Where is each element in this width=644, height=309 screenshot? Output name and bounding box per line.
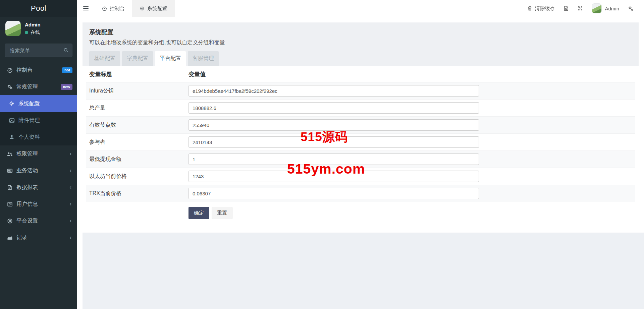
watermark-text: 515ym.com bbox=[287, 161, 365, 177]
search-input[interactable] bbox=[5, 44, 72, 57]
chevron-left-icon bbox=[69, 219, 72, 223]
watermark-text: 515源码 bbox=[301, 129, 348, 145]
sidebar-item-records[interactable]: 记录 bbox=[0, 229, 77, 246]
sidebar-menu: 控制台 hot 常规管理 new 系统配置 附件管理 bbox=[0, 62, 77, 246]
chevron-left-icon bbox=[69, 202, 72, 206]
user-icon bbox=[8, 134, 15, 140]
table-row: 总产量 bbox=[86, 100, 635, 117]
sidebar-item-profile[interactable]: 个人资料 bbox=[0, 129, 77, 145]
tab-label: 系统配置 bbox=[147, 5, 167, 12]
brand-logo-text: Pool bbox=[31, 4, 46, 13]
sidebar-item-label: 权限管理 bbox=[16, 150, 69, 158]
hot-badge: hot bbox=[62, 67, 72, 73]
newspaper-icon bbox=[6, 168, 13, 174]
tab-dashboard[interactable]: 控制台 bbox=[95, 0, 132, 17]
sidebar: Pool Admin 在线 控制台 hot 常规管 bbox=[0, 0, 77, 309]
page-title: 系统配置 bbox=[89, 28, 632, 36]
row-label: 参与者 bbox=[86, 134, 185, 151]
user-status: 在线 bbox=[25, 29, 41, 36]
page-subtitle: 可以在此增改系统的变量和分组,也可以自定义分组和变量 bbox=[89, 39, 632, 46]
sidebar-item-system-config[interactable]: 系统配置 bbox=[0, 95, 77, 112]
users-icon bbox=[6, 151, 13, 157]
topbar: 控制台 系统配置 清除缓存 Admin bbox=[77, 0, 644, 17]
new-badge: new bbox=[61, 84, 72, 90]
sidebar-item-permissions[interactable]: 权限管理 bbox=[0, 145, 77, 162]
sidebar-item-business[interactable]: 业务活动 bbox=[0, 162, 77, 179]
gear-icon bbox=[8, 101, 15, 106]
sidebar-item-reports[interactable]: 数据报表 bbox=[0, 179, 77, 196]
page-background bbox=[83, 233, 644, 309]
sidebar-item-label: 业务活动 bbox=[16, 167, 69, 174]
clear-cache-label: 清除缓存 bbox=[535, 5, 555, 12]
total-output-input[interactable] bbox=[189, 102, 479, 114]
gear-icon bbox=[140, 6, 145, 11]
sidebar-item-platform-settings[interactable]: 平台设置 bbox=[0, 212, 77, 229]
infura-key-input[interactable] bbox=[189, 85, 479, 97]
search-icon bbox=[63, 48, 68, 53]
column-header-value: 变量值 bbox=[185, 66, 635, 82]
row-label: 以太坊当前价格 bbox=[86, 168, 185, 185]
admin-menu[interactable]: Admin bbox=[587, 3, 624, 13]
sidebar-item-label: 用户信息 bbox=[16, 201, 69, 208]
language-icon bbox=[564, 6, 569, 11]
admin-avatar bbox=[592, 3, 602, 13]
row-label: Infura公钥 bbox=[86, 82, 185, 100]
tab-system-config[interactable]: 系统配置 bbox=[132, 0, 175, 17]
row-label: TRX当前价格 bbox=[86, 185, 185, 202]
reset-button[interactable]: 重置 bbox=[212, 207, 232, 219]
sidebar-item-label: 系统配置 bbox=[18, 100, 72, 107]
sidebar-item-label: 数据报表 bbox=[16, 184, 69, 191]
tab-customer-service[interactable]: 客服管理 bbox=[188, 51, 219, 66]
panel-heading: 系统配置 可以在此增改系统的变量和分组,也可以自定义分组和变量 基础配置 字典配… bbox=[83, 22, 639, 66]
fullscreen-icon bbox=[578, 6, 583, 11]
row-label: 最低提现金额 bbox=[86, 151, 185, 168]
online-dot-icon bbox=[25, 31, 28, 34]
dashboard-icon bbox=[6, 67, 13, 73]
tab-dictionary-config[interactable]: 字典配置 bbox=[122, 51, 153, 66]
confirm-button[interactable]: 确定 bbox=[189, 207, 209, 219]
table-header-row: 变量标题 变量值 bbox=[86, 66, 635, 82]
sidebar-item-label: 个人资料 bbox=[18, 134, 72, 141]
sidebar-item-label: 常规管理 bbox=[16, 83, 61, 90]
table-row: TRX当前价格 bbox=[86, 185, 635, 202]
chevron-left-icon bbox=[69, 185, 72, 190]
cogs-icon bbox=[6, 84, 13, 90]
table-row: 有效节点数 bbox=[86, 117, 635, 134]
user-name: Admin bbox=[25, 22, 41, 27]
settings-button[interactable] bbox=[624, 6, 638, 11]
fullscreen-button[interactable] bbox=[573, 6, 587, 11]
admin-name: Admin bbox=[605, 6, 619, 11]
trx-price-input[interactable] bbox=[189, 188, 479, 199]
brand-logo[interactable]: Pool bbox=[0, 0, 77, 17]
config-tabs: 基础配置 字典配置 平台配置 客服管理 bbox=[89, 51, 632, 66]
sidebar-item-general[interactable]: 常规管理 new bbox=[0, 78, 77, 95]
chevron-left-icon bbox=[69, 169, 72, 173]
sidebar-item-dashboard[interactable]: 控制台 hot bbox=[0, 62, 77, 78]
table-row: Infura公钥 bbox=[86, 82, 635, 100]
sidebar-item-label: 控制台 bbox=[16, 67, 62, 74]
sidebar-item-label: 记录 bbox=[16, 234, 69, 241]
sidebar-item-attachments[interactable]: 附件管理 bbox=[0, 112, 77, 129]
tab-platform-config[interactable]: 平台配置 bbox=[155, 51, 186, 66]
column-header-title: 变量标题 bbox=[86, 66, 185, 82]
row-label: 总产量 bbox=[86, 100, 185, 117]
panel-body: 变量标题 变量值 Infura公钥 总产量 有效节点数 bbox=[83, 66, 639, 233]
sidebar-toggle-button[interactable] bbox=[77, 0, 95, 17]
trash-icon bbox=[527, 6, 532, 11]
user-avatar bbox=[5, 21, 21, 36]
area-chart-icon bbox=[6, 235, 13, 241]
topbar-right: 清除缓存 Admin bbox=[523, 0, 644, 17]
tab-basic-config[interactable]: 基础配置 bbox=[89, 51, 120, 66]
language-button[interactable] bbox=[559, 6, 573, 11]
sidebar-item-label: 附件管理 bbox=[18, 117, 72, 124]
menu-search bbox=[5, 44, 72, 57]
chevron-left-icon bbox=[69, 152, 72, 156]
config-panel: 系统配置 可以在此增改系统的变量和分组,也可以自定义分组和变量 基础配置 字典配… bbox=[83, 22, 639, 233]
sidebar-item-label: 平台设置 bbox=[16, 218, 69, 225]
report-icon bbox=[6, 185, 13, 190]
tab-label: 控制台 bbox=[110, 5, 125, 12]
sidebar-submenu: 系统配置 附件管理 个人资料 bbox=[0, 95, 77, 145]
clear-cache-button[interactable]: 清除缓存 bbox=[523, 5, 559, 12]
bullseye-icon bbox=[6, 218, 13, 224]
sidebar-item-user-info[interactable]: 用户信息 bbox=[0, 196, 77, 212]
